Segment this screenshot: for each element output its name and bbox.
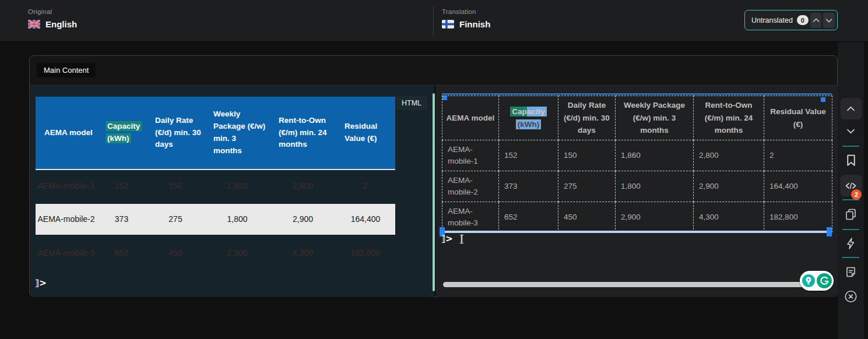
source-cell: 2,900 [270, 203, 336, 236]
source-cell: 373 [97, 203, 146, 236]
target-cell[interactable]: AEMA-mobile-1 [442, 140, 499, 171]
source-col-daily-rate: Daily Rate (€/d) min. 30 days [146, 97, 205, 170]
source-col-weekly-package: Weekly Package (€/w) min. 3 months [205, 97, 270, 170]
toolbar-bookmark-button[interactable] [840, 150, 862, 170]
toolbar-machine-translate-button[interactable] [840, 234, 862, 253]
toolbar-divider [842, 257, 859, 258]
source-cell: 1,860 [205, 170, 270, 203]
grammarly-suggestion-bulb-icon[interactable] [802, 274, 816, 288]
capacity-selected-text: Capacity [510, 107, 546, 116]
toolbar-close-button[interactable] [840, 287, 862, 306]
html-format-badge: HTML [396, 96, 427, 110]
capacity-unit-highlight: (kWh) [106, 133, 131, 143]
horizontal-scrollbar[interactable] [443, 282, 824, 287]
target-col-daily-rate[interactable]: Daily Rate (€/d) min. 30 days [558, 96, 616, 140]
topbar-divider [433, 6, 434, 36]
source-col-aema-model: AEMA model [36, 97, 97, 170]
target-table[interactable]: AEMA model Capacity(kWh) Daily Rate (€/d… [442, 96, 832, 232]
source-cell: 450 [146, 236, 205, 269]
source-cell: 182,800 [336, 236, 395, 269]
untranslated-filter[interactable]: Untranslated 0 [744, 10, 838, 30]
source-cell: AEMA-mobile-1 [36, 170, 97, 203]
bookmark-icon [844, 153, 858, 168]
target-cell[interactable]: AEMA-mobile-3 [442, 202, 499, 232]
target-cell[interactable]: 652 [499, 202, 558, 232]
translation-language-block: Translation Finnish [442, 8, 490, 29]
source-table: AEMA model Capacity(kWh) Daily Rate (€/d… [36, 97, 395, 269]
target-cell[interactable]: 2,900 [694, 171, 764, 202]
target-row-3: AEMA-mobile-3 652 450 2,900 4,300 182,80… [442, 202, 832, 232]
target-cell[interactable]: 2,900 [616, 202, 694, 232]
target-header-row: AEMA model Capacity(kWh) Daily Rate (€/d… [442, 96, 832, 140]
grammarly-logo-icon[interactable] [817, 273, 832, 288]
chevron-up-icon [845, 103, 858, 115]
target-cell[interactable]: 275 [558, 171, 616, 202]
capacity-highlight: Capacity [106, 121, 142, 131]
source-cell: 275 [146, 203, 205, 236]
selection-bottom-border [442, 231, 832, 233]
original-language-block: Original English [28, 8, 77, 29]
target-cell[interactable]: 164,400 [764, 171, 832, 202]
source-cell: AEMA-mobile-3 [36, 236, 97, 269]
target-col-aema-model[interactable]: AEMA model [442, 96, 499, 140]
previous-segment-button[interactable] [810, 13, 822, 28]
toolbar-next-button[interactable] [840, 122, 862, 140]
target-cell[interactable]: 450 [558, 202, 616, 232]
target-pane[interactable]: AEMA model Capacity(kWh) Daily Rate (€/d… [436, 86, 838, 297]
source-cell: 4,300 [270, 236, 336, 269]
original-label: Original [28, 8, 77, 15]
toolbar-divider [842, 229, 859, 230]
toolbar-previous-button[interactable] [840, 98, 862, 119]
source-cell: 652 [97, 236, 146, 269]
target-cell[interactable]: 152 [499, 140, 558, 171]
document-icon [844, 265, 858, 279]
target-cdata-end-marker: ⟧> [441, 234, 453, 244]
target-col-weekly-package[interactable]: Weekly Package (€/w) min. 3 months [616, 96, 694, 140]
uk-flag-icon [28, 20, 40, 29]
target-cell[interactable]: 2,800 [694, 140, 764, 171]
finland-flag-icon [442, 20, 454, 29]
toolbar-notes-button[interactable] [840, 262, 862, 282]
target-row-1: AEMA-mobile-1 152 150 1,860 2,800 2 [442, 140, 832, 171]
target-cell[interactable]: AEMA-mobile-2 [442, 171, 499, 202]
source-cell: 164,400 [336, 203, 395, 236]
source-col-capacity: Capacity(kWh) [97, 97, 146, 170]
source-cell: 2,900 [205, 236, 270, 269]
source-pane: AEMA model Capacity(kWh) Daily Rate (€/d… [30, 86, 434, 297]
target-col-capacity[interactable]: Capacity(kWh) [499, 96, 558, 140]
selection-top-border [442, 93, 832, 95]
close-circle-icon [844, 289, 859, 304]
source-cell: 2,800 [270, 170, 336, 203]
source-cell: 1,800 [205, 203, 270, 236]
chevron-down-icon [824, 15, 834, 26]
translation-language-name: Finnish [459, 19, 490, 29]
target-col-residual-value[interactable]: Residual Value (€) [764, 96, 832, 140]
target-cell[interactable]: 1,860 [616, 140, 694, 171]
top-bar: Original English Translation Finnish Unt… [0, 0, 868, 42]
grammarly-widget[interactable] [800, 271, 834, 291]
target-cell[interactable]: 150 [558, 140, 616, 171]
main-content-panel: Main Content AEMA model Capacity(kWh) Da… [29, 55, 838, 297]
source-row-2-active: AEMA-mobile-2 373 275 1,800 2,900 164,40… [36, 203, 395, 236]
target-cell[interactable]: 2 [764, 140, 832, 171]
text-cursor-icon: I [459, 232, 468, 245]
target-table-wrap: AEMA model Capacity(kWh) Daily Rate (€/d… [442, 96, 832, 232]
target-cell[interactable]: 4,300 [694, 202, 764, 232]
target-cell[interactable]: 373 [499, 171, 558, 202]
toolbar-copy-source-button[interactable] [840, 204, 862, 224]
target-col-rent-to-own[interactable]: Rent-to-Own (€/m) min. 24 months [694, 96, 764, 140]
selection-handle[interactable] [827, 227, 832, 236]
copy-icon [844, 207, 858, 221]
chevron-down-icon [845, 125, 858, 137]
next-segment-button[interactable] [823, 13, 835, 28]
target-cell[interactable]: 182,800 [764, 202, 832, 232]
pane-split-divider[interactable] [433, 93, 435, 291]
source-cell: 2 [336, 170, 395, 203]
source-cdata-end-marker: ⟧> [35, 278, 47, 288]
source-row-3: AEMA-mobile-3 652 450 2,900 4,300 182,80… [36, 236, 395, 269]
translation-editor-app: Original English Translation Finnish Unt… [0, 0, 868, 339]
source-col-residual-value: Residual Value (€) [336, 97, 395, 170]
bookmark-count-badge: 2 [851, 189, 862, 200]
target-cell[interactable]: 1,800 [616, 171, 694, 202]
source-col-rent-to-own: Rent-to-Own (€/m) min. 24 months [270, 97, 336, 170]
